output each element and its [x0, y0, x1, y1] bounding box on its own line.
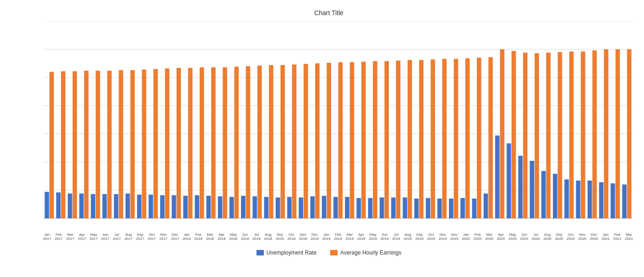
svg-rect-83	[437, 199, 442, 218]
x-label-item: Mar2019	[344, 233, 355, 241]
svg-rect-32	[142, 70, 147, 218]
x-label-item: Oct2018	[286, 233, 297, 241]
svg-rect-107	[576, 181, 581, 218]
chart-title: Chart Title	[23, 9, 635, 17]
svg-rect-23	[91, 194, 95, 218]
svg-rect-58	[292, 65, 297, 218]
x-label-item: Mar2017	[65, 233, 76, 241]
x-label-item: Feb2020	[472, 233, 483, 241]
x-label-item: Dec2017	[169, 233, 180, 241]
x-label-item: Dec2018	[309, 233, 320, 241]
svg-rect-78	[408, 60, 412, 218]
x-label-item: Apr2020	[495, 233, 507, 241]
svg-rect-111	[599, 182, 604, 218]
svg-rect-59	[299, 198, 303, 218]
x-label-item: Dec2020	[588, 233, 600, 241]
x-label-item: Nov2020	[577, 233, 588, 241]
svg-rect-109	[588, 181, 592, 218]
svg-rect-19	[68, 194, 72, 218]
svg-rect-47	[229, 197, 234, 218]
svg-rect-29	[126, 194, 130, 218]
svg-rect-110	[592, 50, 597, 218]
svg-rect-80	[419, 60, 424, 218]
svg-rect-90	[477, 58, 481, 218]
x-axis-labels: Jan2017Feb2017Mar2017Apr2017May2017Jun20…	[41, 233, 635, 241]
svg-rect-98	[523, 53, 528, 218]
svg-rect-18	[61, 71, 65, 218]
x-label-item: Jan2019	[321, 233, 332, 241]
x-label-item: Feb2021	[611, 233, 623, 241]
x-label-item: Mar2020	[483, 233, 495, 241]
svg-rect-50	[246, 66, 251, 218]
x-label-item: Apr2017	[76, 233, 87, 241]
svg-rect-41	[195, 195, 199, 218]
svg-rect-92	[488, 57, 493, 218]
svg-rect-34	[153, 69, 158, 218]
svg-rect-48	[235, 67, 239, 218]
svg-rect-40	[188, 68, 193, 218]
svg-rect-30	[131, 70, 135, 218]
svg-rect-85	[449, 199, 453, 218]
x-label-item: Sep2017	[134, 233, 146, 241]
svg-rect-68	[350, 62, 355, 218]
svg-rect-43	[207, 196, 211, 218]
svg-rect-64	[327, 63, 331, 218]
x-label-item: Oct2020	[565, 233, 576, 241]
x-label-item: Apr2018	[216, 233, 227, 241]
svg-rect-97	[518, 156, 523, 218]
svg-rect-63	[322, 196, 327, 218]
x-label-item: Nov2017	[158, 233, 169, 241]
svg-rect-45	[218, 196, 223, 218]
x-label-item: Apr2019	[355, 233, 367, 241]
x-label-item: Sep2019	[414, 233, 425, 241]
svg-rect-22	[84, 71, 89, 218]
svg-rect-91	[484, 194, 488, 218]
svg-rect-104	[558, 52, 562, 218]
svg-rect-113	[611, 183, 615, 218]
x-label-item: May2017	[88, 233, 99, 241]
x-label-item: Jun2019	[379, 233, 390, 241]
svg-rect-35	[160, 195, 165, 218]
svg-rect-82	[431, 60, 435, 218]
svg-rect-84	[442, 59, 447, 218]
svg-rect-21	[79, 194, 84, 218]
x-label-item: May2018	[228, 233, 239, 241]
svg-rect-70	[361, 61, 366, 218]
chart-legend: Unemployment Rate Average Hourly Earning…	[23, 249, 635, 256]
svg-rect-46	[223, 67, 227, 218]
x-label-item: Jul2018	[251, 233, 262, 241]
svg-rect-114	[616, 49, 620, 218]
x-label-item: Mar2021	[623, 233, 634, 241]
svg-rect-36	[165, 68, 169, 218]
x-label-item: Mar2018	[204, 233, 216, 241]
chart-container: Chart Title 5101520253035 Jan2017Feb2017…	[0, 0, 644, 277]
svg-rect-26	[107, 71, 112, 218]
svg-rect-99	[530, 161, 535, 218]
svg-rect-115	[622, 184, 627, 218]
svg-rect-93	[495, 135, 500, 218]
svg-rect-54	[269, 65, 273, 218]
svg-rect-69	[356, 198, 361, 218]
svg-rect-25	[103, 194, 107, 218]
svg-rect-79	[414, 199, 419, 218]
x-label-item: Oct2019	[425, 233, 437, 241]
svg-rect-49	[241, 196, 246, 218]
x-label-item: Aug2019	[402, 233, 414, 241]
svg-rect-75	[391, 198, 396, 218]
x-label-item: Aug2018	[262, 233, 274, 241]
x-label-item: Feb2018	[192, 233, 204, 241]
x-label-item: Jul2019	[390, 233, 402, 241]
svg-rect-28	[119, 70, 123, 218]
svg-rect-76	[396, 61, 401, 218]
svg-rect-44	[211, 67, 216, 218]
svg-rect-37	[172, 195, 176, 218]
svg-rect-17	[56, 192, 61, 218]
svg-rect-38	[176, 68, 181, 218]
svg-rect-88	[465, 58, 470, 218]
svg-rect-96	[512, 51, 516, 218]
x-label-item: May2019	[367, 233, 378, 241]
svg-rect-77	[403, 198, 407, 218]
svg-rect-102	[546, 53, 551, 218]
svg-rect-87	[460, 198, 465, 218]
x-label-item: May2020	[507, 233, 518, 241]
